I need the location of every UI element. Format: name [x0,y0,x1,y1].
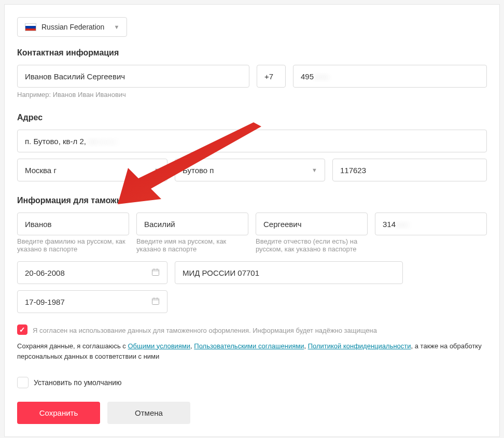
calendar-icon [151,297,160,307]
address-form-panel: Russian Federation ▼ Контактная информац… [4,4,500,437]
terms-text: Сохраняя данные, я соглашаюсь с Общими у… [17,341,487,363]
phone-hidden: ······· [314,72,329,81]
district-select[interactable]: Бутово п ▼ [175,159,325,181]
chevron-down-icon: ▼ [114,24,119,30]
city-value: Москва г [25,166,57,175]
city-select[interactable]: Москва г ▼ [17,159,167,181]
full-name-input[interactable] [25,72,242,81]
country-select[interactable]: Russian Federation ▼ [17,17,127,37]
phone-number-field[interactable]: 495······· [293,65,487,88]
patronymic-input[interactable] [263,220,360,229]
terms-privacy-link[interactable]: Политикой конфиденциальности [308,342,411,350]
birth-date-value: 17-09-1987 [25,298,65,306]
save-button[interactable]: Сохранить [17,402,100,424]
calendar-icon [151,268,160,278]
patronymic-field[interactable] [256,213,368,235]
svg-rect-4 [152,298,159,304]
terms-general-link[interactable]: Общими условиями [128,342,190,350]
issue-date-field[interactable]: 20-06-2008 [17,261,167,284]
issue-date-value: 20-06-2008 [25,269,65,277]
chevron-down-icon: ▼ [312,167,317,173]
first-name-hint: Введите имя на русском, как указано в па… [136,237,248,253]
birth-date-field[interactable]: 17-09-1987 [17,290,167,313]
customs-section-title: Информация для таможни [17,196,487,205]
country-label: Russian Federation [41,23,104,31]
first-name-field[interactable] [136,213,248,235]
patronymic-hint: Введите отчество (если есть) на русском,… [256,237,368,253]
full-name-hint: Например: Иванов Иван Иванович [17,91,487,98]
last-name-hint: Введите фамилию на русском, как указано … [17,237,129,253]
terms-user-agreement-link[interactable]: Пользовательскими соглашениями [194,342,304,350]
chevron-down-icon: ▼ [154,167,160,173]
district-value: Бутово п [183,166,214,175]
phone-visible: 495 [301,72,314,81]
phone-code-value: +7 [264,72,273,81]
first-name-input[interactable] [144,220,241,229]
zip-field[interactable] [332,159,487,181]
full-name-field[interactable] [17,65,249,88]
authority-field[interactable] [175,261,403,284]
passport-hidden: ······ [396,220,409,229]
last-name-field[interactable] [17,213,129,235]
phone-code-field[interactable]: +7 [257,65,286,88]
street-visible: п. Бутово, кв-л 2, [25,137,86,146]
consent-checkbox[interactable] [17,324,27,335]
set-default-checkbox[interactable] [17,377,29,388]
passport-number-field[interactable]: 314······ [375,213,487,235]
authority-input[interactable] [183,269,395,277]
address-section-title: Адрес [17,113,487,122]
street-field[interactable]: п. Бутово, кв-л 2, ····· ·· ·· · [17,130,487,152]
cancel-button[interactable]: Отмена [107,402,190,424]
last-name-input[interactable] [25,220,121,229]
svg-rect-0 [152,269,159,275]
street-hidden: ····· ·· ·· · [88,137,116,146]
passport-visible: 314 [383,220,396,229]
set-default-label: Установить по умолчанию [34,378,122,387]
russia-flag-icon [25,23,36,31]
contact-section-title: Контактная информация [17,48,487,58]
zip-input[interactable] [340,166,479,175]
consent-text: Я согласен на использование данных для т… [33,324,377,336]
